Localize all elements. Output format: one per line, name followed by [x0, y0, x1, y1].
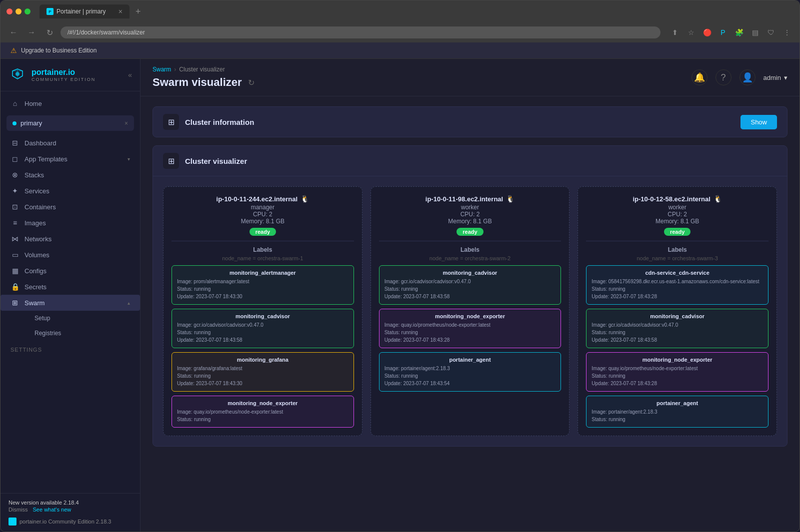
sidebar-icon[interactable]: ▤ — [748, 26, 762, 39]
forward-button[interactable]: → — [24, 25, 38, 39]
new-version-text: New version available 2.18.4 — [8, 500, 132, 506]
page-refresh-button[interactable]: ↻ — [248, 78, 254, 87]
service-item-0-2[interactable]: monitoring_grafana Image: grafana/grafan… — [172, 352, 354, 392]
service-name-0-1: monitoring_cadvisor — [177, 313, 348, 319]
main-content: Swarm › Cluster visualizer Swarm visuali… — [140, 59, 800, 532]
cluster-info-card: ⊞ Cluster information Show — [152, 106, 788, 137]
sidebar-item-home[interactable]: ⌂ Home — [0, 95, 140, 111]
extension-icon-1[interactable]: 🔴 — [700, 26, 714, 39]
sidebar-label-configs: Configs — [24, 267, 46, 275]
bookmark-icon[interactable]: ☆ — [684, 26, 698, 39]
visualizer-title: Cluster visualizer — [185, 157, 247, 165]
dismiss-button[interactable]: Dismiss — [8, 507, 28, 513]
sidebar-item-app-templates[interactable]: ◻ App Templates ▾ — [0, 151, 140, 167]
menu-icon[interactable]: ⋮ — [780, 26, 794, 39]
sidebar-item-networks[interactable]: ⋈ Networks — [0, 231, 140, 247]
shield-icon[interactable]: 🛡 — [764, 26, 778, 39]
sidebar-item-setup[interactable]: Setup — [10, 311, 140, 326]
sidebar-label-dashboard: Dashboard — [24, 139, 56, 147]
sidebar-item-dashboard[interactable]: ⊟ Dashboard — [0, 135, 140, 151]
containers-icon: ⊡ — [10, 203, 20, 211]
swarm-sub-nav: Setup Registries — [0, 311, 140, 341]
extension-icon-2[interactable]: P — [716, 26, 730, 39]
help-icon[interactable]: ? — [716, 69, 732, 85]
node-status-badge-2: ready — [664, 228, 690, 236]
sidebar-label-home: Home — [24, 100, 42, 107]
service-item-2-1[interactable]: monitoring_cadvisor Image: gcr.io/cadvis… — [586, 309, 768, 348]
show-cluster-info-button[interactable]: Show — [740, 115, 777, 129]
sidebar-label-stacks: Stacks — [24, 171, 44, 179]
env-close-button[interactable]: × — [124, 120, 128, 127]
visualizer-header: ⊞ Cluster visualizer — [153, 146, 787, 176]
node-name-1: ip-10-0-11-98.ec2.internal 🐧 — [379, 195, 562, 203]
browser-navbar: ← → ↻ ⬆ ☆ 🔴 P 🧩 ▤ 🛡 ⋮ — [0, 22, 800, 42]
images-icon: ≡ — [10, 219, 20, 227]
service-item-1-0[interactable]: monitoring_cadvisor Image: gcr.io/cadvis… — [379, 265, 562, 305]
user-icon[interactable]: 👤 — [740, 69, 756, 85]
sidebar-collapse-button[interactable]: « — [128, 71, 132, 79]
sidebar-item-registries[interactable]: Registries — [10, 326, 140, 341]
service-name-1-2: portainer_agent — [384, 357, 556, 363]
whats-new-button[interactable]: See what's new — [33, 507, 72, 513]
sidebar-label-secrets: Secrets — [24, 283, 46, 291]
node-card-2: ip-10-0-12-58.ec2.internal 🐧 worker CPU:… — [578, 186, 777, 436]
node-header-2: ip-10-0-12-58.ec2.internal 🐧 worker CPU:… — [586, 195, 768, 236]
service-item-2-3[interactable]: portainer_agent Image: portainer/agent:2… — [586, 396, 768, 428]
node-status-badge-0: ready — [250, 228, 276, 236]
configs-icon: ▦ — [10, 267, 20, 275]
service-item-2-0[interactable]: cdn-service_cdn-service Image: 058417569… — [586, 265, 768, 305]
sidebar-item-containers[interactable]: ⊡ Containers — [0, 199, 140, 215]
version-actions: Dismiss See what's new — [8, 507, 132, 513]
logo-name: portainer.io — [32, 68, 96, 77]
minimize-window-button[interactable] — [16, 8, 22, 14]
sidebar-footer: New version available 2.18.4 Dismiss See… — [0, 493, 140, 532]
service-detail-0-2: Image: grafana/grafana:latest Status: ru… — [177, 365, 348, 387]
url-bar[interactable] — [60, 26, 660, 38]
footer-app-edition: Community Edition 2.18.3 — [48, 519, 112, 525]
service-item-1-2[interactable]: portainer_agent Image: portainer/agent:2… — [379, 352, 562, 392]
notifications-icon[interactable]: 🔔 — [692, 69, 708, 85]
service-name-1-1: monitoring_node_exporter — [384, 313, 556, 319]
service-item-1-1[interactable]: monitoring_node_exporter Image: quay.io/… — [379, 309, 562, 348]
close-window-button[interactable] — [6, 8, 12, 14]
service-detail-2-2: Image: quay.io/prometheus/node-exporter:… — [592, 365, 763, 387]
service-name-0-0: monitoring_alertmanager — [177, 270, 348, 276]
sidebar-item-volumes[interactable]: ▭ Volumes — [0, 247, 140, 263]
service-item-2-2[interactable]: monitoring_node_exporter Image: quay.io/… — [586, 352, 768, 392]
service-name-2-0: cdn-service_cdn-service — [592, 270, 763, 276]
footer-logo: portainer.io Community Edition 2.18.3 — [8, 518, 132, 526]
sidebar-item-images[interactable]: ≡ Images — [0, 215, 140, 231]
app-body: portainer.io COMMUNITY EDITION « ⌂ Home … — [0, 59, 800, 532]
extension-icon-3[interactable]: 🧩 — [732, 26, 746, 39]
service-detail-0-3: Image: quay.io/prometheus/node-exporter:… — [177, 408, 348, 423]
back-button[interactable]: ← — [6, 25, 20, 39]
sidebar-item-services[interactable]: ✦ Services — [0, 183, 140, 199]
sidebar-item-stacks[interactable]: ⊗ Stacks — [0, 167, 140, 183]
secrets-icon: 🔒 — [10, 283, 20, 291]
sidebar-item-swarm[interactable]: ⊞ Swarm ▴ — [0, 295, 140, 311]
logo-edition: COMMUNITY EDITION — [32, 77, 96, 82]
linux-icon-0: 🐧 — [300, 195, 309, 203]
traffic-lights — [6, 8, 30, 14]
portainer-logo-icon — [8, 66, 26, 84]
maximize-window-button[interactable] — [24, 8, 30, 14]
node-label-value-0: node_name = orchestra-swarm-1 — [172, 255, 354, 261]
breadcrumb-parent[interactable]: Swarm — [152, 66, 171, 73]
sidebar-label-containers: Containers — [24, 203, 56, 211]
service-detail-0-0: Image: prom/alertmanager:latest Status: … — [177, 278, 348, 300]
service-item-0-0[interactable]: monitoring_alertmanager Image: prom/aler… — [172, 265, 354, 305]
sidebar-item-secrets[interactable]: 🔒 Secrets — [0, 279, 140, 295]
service-item-0-3[interactable]: monitoring_node_exporter Image: quay.io/… — [172, 396, 354, 428]
sidebar-label-services: Services — [24, 187, 50, 195]
service-item-0-1[interactable]: monitoring_cadvisor Image: gcr.io/cadvis… — [172, 309, 354, 348]
node-name-0: ip-10-0-11-244.ec2.internal 🐧 — [172, 195, 354, 203]
tab-close-button[interactable]: × — [118, 7, 122, 15]
browser-tab[interactable]: P Portainer | primary × — [40, 4, 130, 18]
footer-logo-icon — [8, 518, 16, 526]
reload-button[interactable]: ↻ — [42, 25, 56, 39]
sidebar-item-configs[interactable]: ▦ Configs — [0, 263, 140, 279]
admin-menu-button[interactable]: admin ▾ — [764, 74, 788, 81]
share-icon[interactable]: ⬆ — [668, 26, 682, 39]
new-tab-button[interactable]: + — [136, 6, 141, 17]
sidebar: portainer.io COMMUNITY EDITION « ⌂ Home … — [0, 59, 140, 532]
